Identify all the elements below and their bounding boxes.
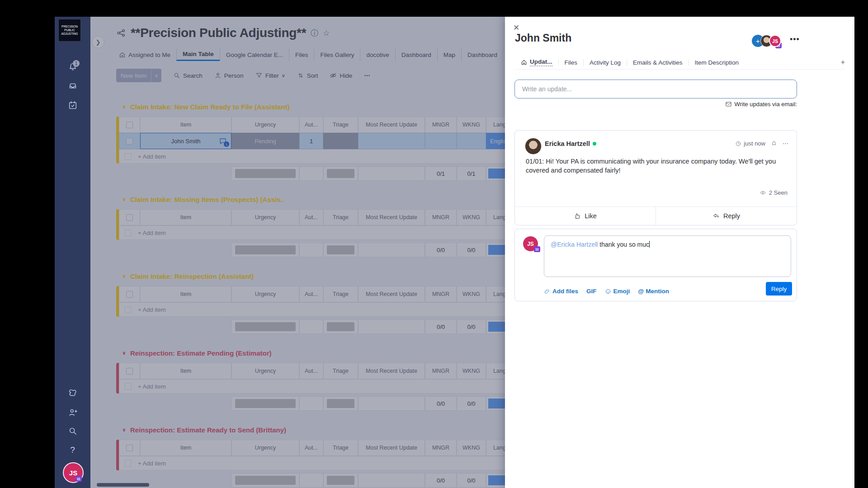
reply-action-button[interactable]: Reply [656,207,797,225]
panel-more-icon[interactable]: ••• [790,35,800,44]
select-all-checkbox[interactable] [126,214,133,221]
close-panel-icon[interactable]: ✕ [513,23,519,33]
tab-activity-log[interactable]: Activity Log [583,59,627,66]
add-item-row[interactable]: + Add item [119,379,505,394]
select-all-checkbox[interactable] [126,291,133,298]
add-files-button[interactable]: Add files [544,288,578,295]
column-header-urgency[interactable]: Urgency [231,209,299,225]
my-work-calendar-icon[interactable] [55,100,90,110]
reply-submit-button[interactable]: Reply [766,282,792,296]
post-more-icon[interactable]: ⋯ [783,140,788,147]
column-header-mngr[interactable]: MNGR [425,440,457,456]
column-header-item[interactable]: Item [140,209,231,225]
column-header-item[interactable]: Item [140,286,231,302]
column-header-triage[interactable]: Triage [323,363,358,379]
column-header-aut[interactable]: Aut... [299,209,323,225]
subscriber-avatar-js[interactable]: JS [769,35,781,47]
tab-updates[interactable]: Updat... [515,58,558,66]
invite-members-icon[interactable] [55,408,90,418]
cell-wkng[interactable] [457,133,486,149]
column-header-checkbox[interactable] [119,440,140,456]
column-header-wkng[interactable]: WKNG [457,117,486,133]
reply-text-input[interactable]: @Ericka Hartzell thank you so muc [544,235,791,277]
search-rail-icon[interactable] [55,426,90,436]
group-title[interactable]: ∨Claim Intake: Missing Items (Prospects)… [122,196,284,203]
group-collapse-chevron-icon[interactable]: ∨ [122,427,126,433]
group-collapse-chevron-icon[interactable]: ∨ [122,350,126,356]
column-header-urgency[interactable]: Urgency [231,363,299,379]
column-header-mngr[interactable]: MNGR [425,209,457,225]
column-header-item[interactable]: Item [140,440,231,456]
cell-urgency[interactable]: Pending [231,133,299,149]
inbox-tray-icon[interactable] [55,81,90,91]
column-header-mru[interactable]: Most Recent Update [358,209,425,225]
add-item-row[interactable]: + Add item [119,456,505,470]
cell-lang[interactable]: English [486,133,505,149]
column-header-aut[interactable]: Aut... [299,117,323,133]
column-header-aut[interactable]: Aut... [299,286,323,302]
cell-mru[interactable] [358,133,425,149]
write-update-input[interactable]: Write an update... [514,80,797,99]
bell-icon[interactable] [771,141,777,147]
horizontal-scrollbar[interactable] [97,483,149,487]
column-header-triage[interactable]: Triage [323,117,358,133]
column-header-checkbox[interactable] [119,209,140,225]
like-button[interactable]: Like [515,207,656,225]
row-checkbox[interactable] [126,138,133,145]
group-title[interactable]: ∨Claim Intake: New Claim Ready to File (… [122,103,290,111]
column-header-urgency[interactable]: Urgency [231,440,299,456]
mention-chip[interactable]: @Ericka Hartzell [551,241,598,248]
group-collapse-chevron-icon[interactable]: ∨ [122,273,126,279]
tab-emails-activities[interactable]: Emails & Activities [627,59,689,66]
add-item-label[interactable]: + Add item [138,383,166,390]
column-header-item[interactable]: Item [140,117,231,133]
group-title[interactable]: ∨Reinspection: Estimate Pending (Estimat… [122,349,271,357]
column-header-mru[interactable]: Most Recent Update [358,363,425,379]
mention-button[interactable]: @ Mention [638,288,669,295]
group-collapse-chevron-icon[interactable]: ∨ [122,197,126,202]
column-header-item[interactable]: Item [140,363,231,379]
column-header-lang[interactable]: Lang [486,117,505,133]
add-item-label[interactable]: + Add item [138,306,166,313]
column-header-wkng[interactable]: WKNG [457,363,486,379]
column-header-mru[interactable]: Most Recent Update [358,117,425,133]
add-tab-button[interactable]: + [841,58,845,66]
add-item-label[interactable]: + Add item [138,230,166,236]
column-header-lang[interactable]: Lang [486,209,505,225]
column-header-aut[interactable]: Aut... [299,363,323,379]
column-header-lang[interactable]: Lang [486,440,505,456]
chat-bubble-icon[interactable]: 1 [218,136,227,145]
column-header-triage[interactable]: Triage [323,209,358,225]
cell-checkbox[interactable] [119,133,140,149]
updates-via-email[interactable]: Write updates via email: [514,101,797,108]
column-header-checkbox[interactable] [119,286,140,302]
column-header-lang[interactable]: Lang [486,363,505,379]
select-all-checkbox[interactable] [126,122,133,128]
add-item-row[interactable]: + Add item [119,302,505,317]
cell-triage[interactable] [323,133,358,149]
seen-count[interactable]: 2 Seen [760,189,788,196]
column-header-wkng[interactable]: WKNG [457,440,486,456]
group-title[interactable]: ∨Claim Intake: Reinspection (Assistant) [122,272,254,280]
add-item-label[interactable]: + Add item [138,153,166,160]
help-icon[interactable]: ? [55,445,90,455]
gif-button[interactable]: GIF [586,288,597,295]
cell-aut[interactable]: 1 [299,133,323,149]
workspace-logo[interactable]: PRECISION PUBLIC ADJUSTING [58,19,81,42]
column-header-urgency[interactable]: Urgency [231,117,299,133]
add-item-row[interactable]: + Add item [119,225,505,240]
tab-item-files[interactable]: Files [558,59,584,66]
cell-mngr[interactable] [425,133,457,149]
select-all-checkbox[interactable] [126,368,133,375]
column-header-checkbox[interactable] [119,363,140,379]
column-header-mngr[interactable]: MNGR [425,117,457,133]
column-header-wkng[interactable]: WKNG [457,286,486,302]
column-header-lang[interactable]: Lang [486,286,505,302]
item-subscribers[interactable]: + JS ▤ [752,35,781,47]
cell-item[interactable]: John Smith1 [140,133,231,149]
group-collapse-chevron-icon[interactable]: ∨ [122,104,126,110]
column-header-checkbox[interactable] [119,117,140,133]
column-header-aut[interactable]: Aut... [299,440,323,456]
column-header-mru[interactable]: Most Recent Update [358,440,425,456]
column-header-mngr[interactable]: MNGR [425,286,457,302]
